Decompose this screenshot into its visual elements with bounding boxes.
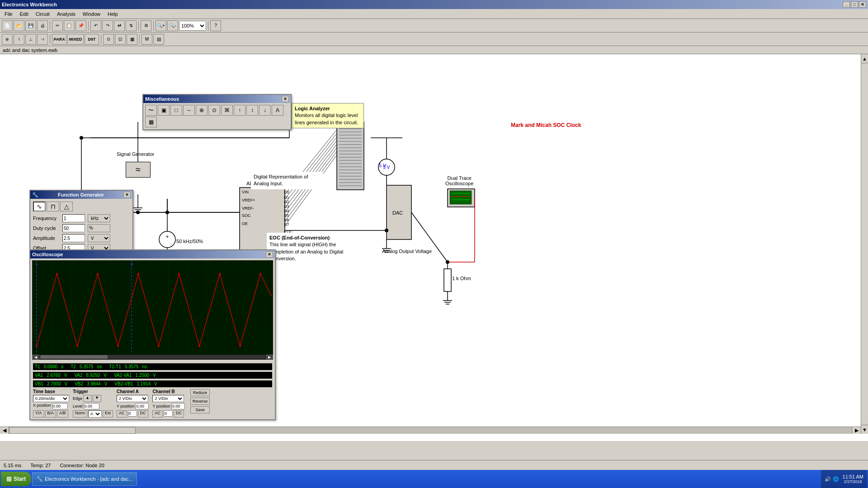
zoom-in[interactable]: 🔍+ <box>156 20 166 31</box>
fg-sine-wave-btn[interactable]: ∿ <box>33 202 46 211</box>
osc-trig-select[interactable]: A B <box>88 410 102 418</box>
osc-chb-dc-input[interactable] <box>164 410 173 417</box>
osc-scroll-left[interactable]: ◀ <box>32 355 39 359</box>
start-button[interactable]: ⊞ Start <box>1 472 31 486</box>
osc-reverse-btn[interactable]: Reverse <box>190 398 210 405</box>
save-button[interactable]: 💾 <box>25 20 36 31</box>
component-props[interactable]: ⚙ <box>141 20 151 31</box>
osc-edge-btn[interactable]: ▲ <box>83 395 92 402</box>
instrument-btn-3[interactable]: ▦ <box>127 34 137 45</box>
osc-ab-btn[interactable]: A/B <box>57 410 68 418</box>
instrument-btn-5[interactable]: ▤ <box>153 34 164 45</box>
misc-btn-power[interactable]: ⊕ <box>196 105 208 116</box>
fg-freq-unit[interactable]: kHz Hz MHz <box>88 214 110 222</box>
misc-btn-meter[interactable]: ▣ <box>158 105 170 116</box>
osc-save-btn[interactable]: Save <box>190 406 210 413</box>
component-btn-1[interactable]: ⊕ <box>2 34 13 45</box>
fg-close-btn[interactable]: ✕ <box>123 192 131 198</box>
help-button[interactable]: ? <box>210 20 221 31</box>
osc-cha-ypos-input[interactable] <box>135 403 149 409</box>
component-btn-2[interactable]: ⌇ <box>14 34 24 45</box>
paste-button[interactable]: 📌 <box>75 20 86 31</box>
instrument-btn-4[interactable]: M <box>142 34 152 45</box>
misc-btn-text[interactable]: A <box>272 105 283 116</box>
scroll-down-btn[interactable]: ▼ <box>861 425 868 434</box>
main-canvas[interactable]: 5 V + <box>0 54 868 441</box>
misc-btn-up[interactable]: ↑ <box>234 105 245 116</box>
taskbar: ⊞ Start 🔧 Electronics Workbench - [adc a… <box>0 470 868 488</box>
v-scrollbar[interactable]: ▲ ▼ <box>861 54 868 434</box>
menu-analysis[interactable]: Analysis <box>54 10 78 18</box>
osc-edge-btn2[interactable]: ▼ <box>93 395 101 402</box>
h-scroll-thumb[interactable] <box>9 427 136 434</box>
osc-chb-div-select[interactable]: 2 V/Div 1 V/Div <box>152 395 184 402</box>
component-btn-6[interactable]: MIXED <box>67 34 84 45</box>
open-button[interactable]: 📂 <box>14 20 24 31</box>
osc-cha-ac-btn[interactable]: AC <box>117 410 127 418</box>
osc-chb-ac-btn[interactable]: AC <box>152 410 163 418</box>
h-scrollbar[interactable]: ◀ ▶ <box>0 427 861 434</box>
osc-level-input[interactable] <box>84 403 99 409</box>
menu-help[interactable]: Help <box>105 10 121 18</box>
clock[interactable]: 11:51 AM 2/27/2018 <box>843 474 863 484</box>
fg-amp-unit[interactable]: V mV <box>88 234 110 242</box>
fg-duty-input[interactable] <box>62 224 85 232</box>
misc-close-btn[interactable]: ✕ <box>282 96 289 102</box>
flip-h[interactable]: ⇄ <box>114 20 125 31</box>
osc-chb-dc-btn[interactable]: DC <box>174 410 184 418</box>
menu-window[interactable]: Window <box>80 10 103 18</box>
cut-button[interactable]: ✂ <box>52 20 63 31</box>
osc-xpos-input[interactable] <box>52 403 68 409</box>
component-btn-3[interactable]: ⊥ <box>25 34 36 45</box>
scroll-right-btn[interactable]: ▶ <box>852 427 861 434</box>
print-button[interactable]: 🖨 <box>37 20 48 31</box>
osc-reduce-btn[interactable]: Reduce <box>190 389 210 396</box>
rotate-cw[interactable]: ↷ <box>102 20 113 31</box>
scroll-up-btn[interactable]: ▲ <box>861 54 868 63</box>
new-button[interactable]: 📄 <box>2 20 13 31</box>
osc-timebase-select[interactable]: 0.20ms/div <box>33 395 69 402</box>
osc-norm-btn[interactable]: Norm <box>73 410 87 418</box>
osc-cha-dc-input[interactable] <box>128 410 137 417</box>
fg-square-wave-btn[interactable]: ⊓ <box>47 202 59 211</box>
osc-cha-div-select[interactable]: 2 V/Div 1 V/Div <box>117 395 148 402</box>
minimize-button[interactable]: _ <box>843 1 850 8</box>
copy-button[interactable]: 📋 <box>64 20 75 31</box>
component-btn-5[interactable]: PARA <box>52 34 66 45</box>
menu-circuit[interactable]: Circuit <box>33 10 52 18</box>
misc-btn-7[interactable]: ⌘ <box>221 105 233 116</box>
component-btn-4[interactable]: ⊣ <box>37 34 48 45</box>
svg-rect-80 <box>32 260 273 360</box>
logic-analyzer-title: Logic Analyzer <box>295 106 330 111</box>
zoom-select[interactable]: 100% <box>179 21 206 31</box>
fg-triangle-wave-btn[interactable]: △ <box>60 202 73 211</box>
osc-close-btn[interactable]: ✕ <box>266 251 273 258</box>
misc-btn-image[interactable]: ▦ <box>145 117 157 127</box>
fg-amp-input[interactable] <box>62 234 85 242</box>
menu-file[interactable]: File <box>2 10 15 18</box>
osc-ext-btn[interactable]: Ext <box>103 410 113 418</box>
fg-freq-input[interactable] <box>62 214 85 222</box>
misc-btn-wave[interactable]: 〜 <box>145 105 157 116</box>
menu-edit[interactable]: Edit <box>17 10 31 18</box>
misc-btn-down[interactable]: ↓ <box>259 105 271 116</box>
instrument-btn-1[interactable]: ⊙ <box>103 34 114 45</box>
osc-scroll-right[interactable]: ▶ <box>266 355 273 359</box>
misc-btn-gen[interactable]: ↔ <box>183 105 195 116</box>
osc-chb-ypos-input[interactable] <box>171 403 185 409</box>
osc-cha-dc-btn[interactable]: DC <box>138 410 148 418</box>
instrument-btn-2[interactable]: ⊡ <box>115 34 126 45</box>
close-button[interactable]: ✕ <box>859 1 866 8</box>
component-btn-7[interactable]: DIIT <box>85 34 99 45</box>
misc-btn-scope[interactable]: □ <box>170 105 182 116</box>
rotate-ccw[interactable]: ↶ <box>90 20 101 31</box>
zoom-out[interactable]: 🔍- <box>167 20 178 31</box>
osc-y-a-btn[interactable]: Y/A <box>33 410 44 418</box>
taskbar-app-ewb[interactable]: 🔧 Electronics Workbench - [adc and dac..… <box>32 472 137 486</box>
flip-v[interactable]: ⇅ <box>126 20 137 31</box>
maximize-button[interactable]: □ <box>851 1 858 8</box>
misc-btn-clock[interactable]: ⊙ <box>208 105 220 116</box>
osc-ba-btn[interactable]: B/A <box>45 410 57 418</box>
misc-btn-updown[interactable]: ↕ <box>246 105 258 116</box>
scroll-left-btn[interactable]: ◀ <box>0 427 9 434</box>
